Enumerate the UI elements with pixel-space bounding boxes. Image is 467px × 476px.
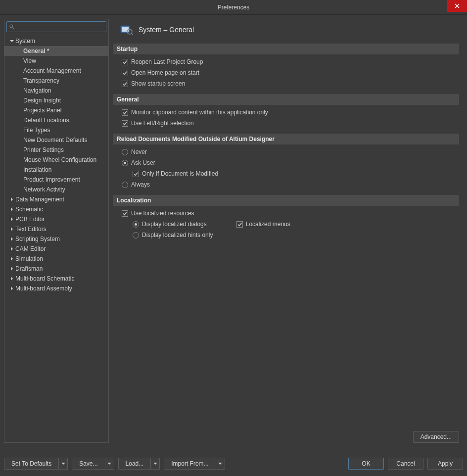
checkbox-left-right-selection[interactable] <box>122 120 128 127</box>
tree-node-draftsman[interactable]: Draftsman <box>4 264 108 274</box>
tree-item-mouse-wheel[interactable]: Mouse Wheel Configuration <box>4 155 108 165</box>
close-icon <box>455 3 460 8</box>
tree-node-multiboard-schematic[interactable]: Multi-board Schematic <box>4 274 108 284</box>
search-icon <box>9 24 15 30</box>
chevron-right-icon <box>8 277 15 281</box>
import-caret[interactable] <box>216 458 225 470</box>
set-defaults-split: Set To Defaults <box>4 458 68 470</box>
checkbox-show-startup[interactable] <box>122 81 128 87</box>
tree-item-installation[interactable]: Installation <box>4 165 108 175</box>
section-localization-title: Localization <box>113 195 459 206</box>
tree-item-printer-settings[interactable]: Printer Settings <box>4 145 108 155</box>
label-monitor-clipboard[interactable]: Monitor clipboard content within this ap… <box>131 109 268 116</box>
chevron-down-icon <box>153 462 157 466</box>
label-reopen-last-project[interactable]: Reopen Last Project Group <box>131 58 203 65</box>
label-use-localized[interactable]: Use localized resources <box>131 210 194 217</box>
label-never[interactable]: Never <box>131 148 147 155</box>
svg-point-0 <box>10 25 13 28</box>
tree-item-transparency[interactable]: Transparency <box>4 76 108 86</box>
chevron-down-icon <box>8 39 15 43</box>
radio-always[interactable] <box>122 182 128 188</box>
tree-item-network-activity[interactable]: Network Activity <box>4 185 108 194</box>
tree-node-multiboard-assembly[interactable]: Multi-board Assembly <box>4 284 108 293</box>
radio-display-hints[interactable] <box>133 232 139 238</box>
label-localized-menus[interactable]: Localized menus <box>246 221 290 228</box>
tree-node-pcb-editor[interactable]: PCB Editor <box>4 214 108 224</box>
body-area: System General * View Account Management… <box>0 15 467 476</box>
chevron-down-icon <box>107 462 111 466</box>
tree-label: System <box>15 38 35 45</box>
advanced-button[interactable]: Advanced... <box>413 431 459 443</box>
tree-node-data-management[interactable]: Data Management <box>4 194 108 204</box>
tree-item-account-management[interactable]: Account Management <box>4 66 108 76</box>
chevron-right-icon <box>8 197 15 201</box>
apply-button[interactable]: Apply <box>427 458 463 470</box>
tree-node-schematic[interactable]: Schematic <box>4 204 108 214</box>
save-caret[interactable] <box>105 458 114 470</box>
label-ask-user[interactable]: Ask User <box>131 159 155 166</box>
radio-never[interactable] <box>122 149 128 155</box>
close-button[interactable] <box>447 0 467 12</box>
tree-item-view[interactable]: View <box>4 56 108 66</box>
checkbox-monitor-clipboard[interactable] <box>122 109 128 116</box>
cancel-button[interactable]: Cancel <box>388 458 423 470</box>
chevron-right-icon <box>8 217 15 221</box>
chevron-right-icon <box>8 267 15 271</box>
separator <box>4 447 463 447</box>
search-input[interactable] <box>6 21 106 32</box>
ok-button[interactable]: OK <box>348 458 384 470</box>
load-caret[interactable] <box>151 458 160 470</box>
tree-item-new-document-defaults[interactable]: New Document Defaults <box>4 135 108 145</box>
label-open-home[interactable]: Open Home page on start <box>131 69 199 76</box>
set-defaults-caret[interactable] <box>59 458 68 470</box>
tree-node-system[interactable]: System <box>4 36 108 46</box>
tree-node-simulation[interactable]: Simulation <box>4 254 108 264</box>
radio-ask-user[interactable] <box>122 160 128 166</box>
sidebar: System General * View Account Management… <box>4 19 109 443</box>
chevron-down-icon <box>218 462 222 466</box>
chevron-right-icon <box>8 257 15 261</box>
tree-item-projects-panel[interactable]: Projects Panel <box>4 105 108 115</box>
tree-item-default-locations[interactable]: Default Locations <box>4 115 108 125</box>
chevron-down-icon <box>61 462 65 466</box>
import-button[interactable]: Import From... <box>164 458 216 470</box>
svg-line-5 <box>131 33 133 35</box>
label-display-hints[interactable]: Display localized hints only <box>142 232 213 238</box>
tree-item-file-types[interactable]: File Types <box>4 125 108 135</box>
page-icon <box>120 24 134 36</box>
label-display-dialogs[interactable]: Display localized dialogs <box>142 221 207 228</box>
tree-item-navigation[interactable]: Navigation <box>4 86 108 95</box>
checkbox-reopen-last-project[interactable] <box>122 59 128 65</box>
nav-tree: System General * View Account Management… <box>4 35 108 442</box>
checkbox-only-if-modified[interactable] <box>133 171 139 177</box>
chevron-right-icon <box>8 237 15 241</box>
checkbox-use-localized[interactable] <box>122 210 128 217</box>
chevron-right-icon <box>8 286 15 290</box>
label-left-right-selection[interactable]: Use Left/Right selection <box>131 120 194 127</box>
checkbox-localized-menus[interactable] <box>236 221 243 228</box>
label-only-if-modified[interactable]: Only If Document Is Modified <box>142 170 218 177</box>
chevron-right-icon <box>8 247 15 251</box>
tree-item-general[interactable]: General * <box>4 46 108 56</box>
tree-node-cam-editor[interactable]: CAM Editor <box>4 244 108 254</box>
tree-item-product-improvement[interactable]: Product Improvement <box>4 175 108 185</box>
checkbox-open-home[interactable] <box>122 70 128 76</box>
page-title: System – General <box>139 26 194 34</box>
tree-node-text-editors[interactable]: Text Editors <box>4 224 108 234</box>
titlebar: Preferences <box>0 0 467 15</box>
save-button[interactable]: Save... <box>72 458 105 470</box>
load-button[interactable]: Load... <box>118 458 151 470</box>
tree-node-scripting-system[interactable]: Scripting System <box>4 234 108 244</box>
top-area: System General * View Account Management… <box>4 19 463 443</box>
chevron-right-icon <box>8 227 15 231</box>
bottom-bar: Set To Defaults Save... Load... Import F… <box>4 455 463 472</box>
content-panel: System – General Startup Reopen Last Pro… <box>113 19 463 443</box>
label-show-startup[interactable]: Show startup screen <box>131 80 185 87</box>
import-split: Import From... <box>164 458 225 470</box>
tree-item-design-insight[interactable]: Design Insight <box>4 95 108 105</box>
radio-display-dialogs[interactable] <box>133 221 139 228</box>
chevron-right-icon <box>8 207 15 211</box>
set-defaults-button[interactable]: Set To Defaults <box>4 458 59 470</box>
label-always[interactable]: Always <box>131 181 150 188</box>
svg-line-1 <box>13 28 14 29</box>
